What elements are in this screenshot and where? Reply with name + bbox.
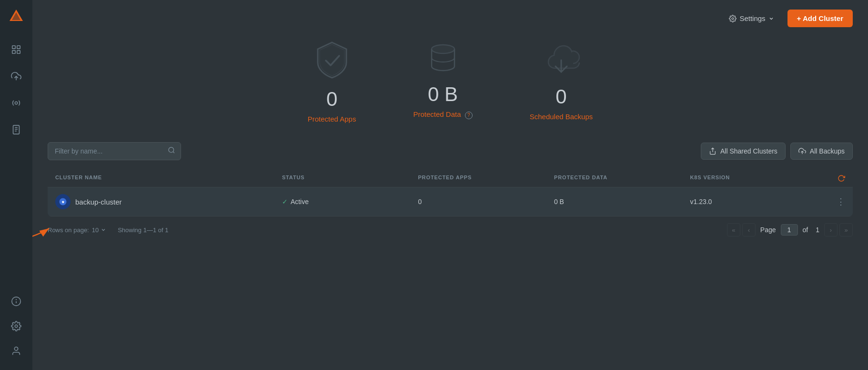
protected-data-label: Protected Data ?	[413, 110, 472, 119]
sidebar-item-settings[interactable]	[5, 315, 28, 338]
cluster-name: backup-cluster	[75, 198, 122, 206]
all-backups-label: All Backups	[810, 147, 845, 155]
protected-apps-cell: 0	[418, 198, 554, 206]
page-input[interactable]	[781, 224, 798, 236]
main-content: Settings + Add Cluster 0 Protected Apps	[32, 0, 868, 370]
clusters-table: CLUSTER NAME STATUS PROTECTED APPS PROTE…	[48, 170, 853, 216]
protected-apps-stat: 0 Protected Apps	[308, 39, 356, 123]
rows-label: Rows on page:	[48, 226, 89, 234]
add-cluster-button[interactable]: + Add Cluster	[787, 10, 853, 27]
cloud-icon	[798, 147, 806, 155]
settings-label: Settings	[739, 14, 765, 22]
k8s-icon: ✦	[59, 197, 67, 206]
share-icon	[709, 147, 717, 155]
next-page-button[interactable]: ›	[824, 223, 838, 236]
svg-rect-5	[17, 51, 20, 53]
sidebar-item-cloud[interactable]	[5, 65, 28, 88]
scheduled-backups-number: 0	[555, 87, 566, 107]
svg-text:✦: ✦	[61, 200, 64, 204]
sidebar-item-user[interactable]	[5, 339, 28, 362]
sidebar-item-dashboard[interactable]	[5, 38, 28, 61]
pagination: Rows on page: 10 Showing 1—1 of 1	[48, 216, 853, 236]
scheduled-backups-stat: 0 Scheduled Backups	[530, 39, 593, 123]
sidebar-item-info[interactable]	[5, 290, 28, 313]
page-label: Page	[760, 226, 776, 234]
table-row[interactable]: ✦ backup-cluster ✓ Active 0 0 B v1.23.0 …	[48, 187, 853, 216]
settings-button[interactable]: Settings	[723, 10, 779, 26]
cluster-name-cell: ✦ backup-cluster	[55, 194, 282, 209]
svg-point-7	[15, 102, 18, 104]
rows-select[interactable]: 10	[92, 226, 106, 234]
col-protected-apps: PROTECTED APPS	[418, 175, 554, 182]
svg-line-22	[173, 152, 174, 153]
k8s-version-cell: v1.23.0	[690, 198, 826, 206]
col-status: STATUS	[282, 175, 418, 182]
pagination-controls: « ‹ Page of 1 › »	[727, 223, 853, 236]
svg-point-21	[169, 147, 174, 153]
svg-rect-3	[17, 46, 20, 49]
page-total: 1	[816, 226, 819, 234]
rows-value: 10	[92, 226, 99, 234]
svg-point-16	[14, 347, 18, 350]
filter-input[interactable]	[48, 142, 181, 160]
svg-point-17	[732, 18, 734, 20]
all-backups-button[interactable]: All Backups	[790, 143, 853, 160]
table-controls: All Shared Clusters All Backups	[48, 142, 853, 160]
search-icon	[168, 146, 175, 156]
col-cluster-name: CLUSTER NAME	[55, 175, 282, 182]
app-logo[interactable]	[8, 8, 25, 27]
refresh-button[interactable]	[826, 175, 845, 182]
protected-data-label-prefix: Protected	[413, 110, 445, 118]
controls-right: All Shared Clusters All Backups	[701, 143, 853, 160]
cloud-backup-icon	[537, 39, 585, 81]
protected-data-number: 0 B	[428, 84, 458, 104]
protected-apps-number: 0	[326, 89, 337, 109]
protected-apps-label-prefix: Protected	[308, 115, 340, 123]
sidebar-item-documents[interactable]	[5, 118, 28, 141]
protected-apps-label: Protected Apps	[308, 115, 356, 123]
all-shared-clusters-label: All Shared Clusters	[720, 147, 777, 155]
rows-per-page: Rows on page: 10	[48, 226, 106, 234]
protected-data-cell: 0 B	[554, 198, 690, 206]
col-protected-data: PROTECTED DATA	[554, 175, 690, 182]
sidebar-item-signals[interactable]	[5, 92, 28, 114]
scheduled-backups-label-prefix: Scheduled	[530, 113, 565, 121]
gear-icon	[729, 15, 737, 22]
check-icon: ✓	[282, 198, 288, 206]
chevron-down-icon	[101, 227, 106, 233]
prev-page-button[interactable]: ‹	[742, 223, 756, 236]
svg-point-15	[15, 325, 18, 328]
shield-icon	[311, 39, 353, 83]
protected-data-label-highlight: Data	[446, 110, 461, 118]
table-header: CLUSTER NAME STATUS PROTECTED APPS PROTE…	[48, 170, 853, 187]
svg-rect-8	[13, 125, 20, 134]
svg-point-19	[432, 45, 454, 53]
svg-rect-2	[12, 46, 15, 49]
svg-rect-4	[12, 51, 15, 53]
status-text: Active	[291, 198, 309, 206]
page-of: of	[803, 226, 808, 234]
col-k8s-version: K8S VERSION	[690, 175, 826, 182]
first-page-button[interactable]: «	[727, 223, 740, 236]
stats-section: 0 Protected Apps 0 B Protected Data ?	[48, 39, 853, 123]
protected-data-help[interactable]: ?	[465, 112, 473, 119]
chevron-down-icon	[768, 16, 774, 21]
protected-data-stat: 0 B Protected Data ?	[413, 39, 472, 123]
add-cluster-label: + Add Cluster	[797, 14, 843, 22]
status-cell: ✓ Active	[282, 198, 418, 206]
database-icon	[424, 39, 462, 79]
cluster-icon: ✦	[55, 194, 71, 209]
row-actions-button[interactable]: ⋮	[826, 196, 845, 207]
scheduled-backups-label: Scheduled Backups	[530, 113, 593, 121]
sidebar	[0, 0, 32, 370]
refresh-icon	[838, 175, 845, 182]
all-shared-clusters-button[interactable]: All Shared Clusters	[701, 143, 786, 160]
filter-wrap	[48, 142, 181, 160]
protected-apps-label-highlight: Apps	[340, 115, 356, 123]
scheduled-backups-label-highlight: Backups	[565, 113, 593, 121]
last-page-button[interactable]: »	[839, 223, 853, 236]
showing-text: Showing 1—1 of 1	[118, 226, 168, 234]
page-header: Settings + Add Cluster	[48, 10, 853, 27]
